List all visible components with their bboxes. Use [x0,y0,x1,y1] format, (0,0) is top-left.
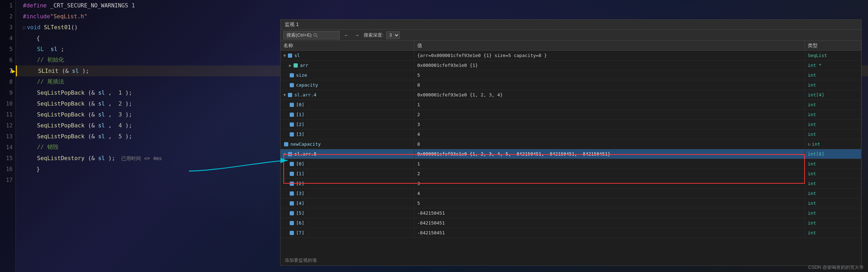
code-token: (& [88,111,95,118]
watch-value-slarr8-5: -842150451 [414,208,805,218]
line-num-10: 10 [0,98,16,109]
code-token: SLTest01 [44,24,71,31]
watch-value-slarr8-2: 3 [414,179,805,188]
back-button[interactable]: ← [343,32,350,39]
var-icon [289,191,295,196]
line-num-16: 16 [0,164,16,175]
watch-value-size: 5 [414,70,805,80]
code-token: SeqListDestory [37,155,85,162]
watch-value-slarr8-0: 1 [414,159,805,169]
watch-name-slarr4: ▼ sl.arr.4 [281,90,414,100]
add-watch-row[interactable]: 添加要监视的项 [281,255,861,265]
line-num-3: 3 [0,22,16,33]
watch-row-newcapacity[interactable]: newCapacity 8 ↻ int [281,139,861,149]
code-token: #include [23,13,50,20]
watch-type-newcapacity: ↻ int [805,139,861,149]
code-token: // 初始化 [37,56,64,63]
code-token: sl [98,133,105,140]
watch-row-sl[interactable]: ▼ sl {arr=0x000001cfef93e1e0 {1} size=5 … [281,51,861,61]
header-type: 类型 [805,41,861,50]
var-icon [289,132,295,137]
watch-type-slarr4: int[4] [805,90,861,100]
watch-row-arr[interactable]: ▶ arr 0x000001cfef93e1e0 {1} int * [281,61,861,70]
watch-type-slarr8-7: int [805,228,861,238]
refresh-icon: ↻ [808,141,811,147]
watch-table: 名称 值 类型 ▼ sl {arr=0x000001cfef93e1e0 {1}… [281,41,861,265]
header-value: 值 [414,41,805,50]
watch-type-slarr8-5: int [805,208,861,218]
watch-type-slarr8-3: int [805,189,861,198]
watch-rows[interactable]: ▼ sl {arr=0x000001cfef93e1e0 {1} size=5 … [281,51,861,255]
watch-row-slarr8-7[interactable]: [7] -842150451 int [281,228,861,238]
code-token: (& [88,155,95,162]
search-box[interactable]: 搜索(Ctrl+E) [283,31,340,39]
search-label: 搜索(Ctrl+E) [287,32,312,38]
watch-row-slarr4-3[interactable]: [3] 4 int [281,129,861,139]
line-num-17: 17 [0,175,16,185]
watch-value-slarr4-1: 2 [414,110,805,119]
svg-line-1 [316,36,318,37]
code-token: _CRT_SECURE_NO_WARNINGS [50,2,128,9]
watch-row-slarr4-2[interactable]: [2] 3 int [281,120,861,129]
var-icon [289,102,295,108]
watch-row-slarr8-0[interactable]: [0] 1 int [281,159,861,169]
forward-button[interactable]: → [353,32,361,39]
watch-value-newcapacity: 8 [414,139,805,149]
cyan-arrow-icon [182,143,295,180]
watch-type-size: int [805,70,861,80]
watch-value-arr: 0x000001cfef93e1e0 {1} [414,61,805,70]
watch-name-size: size [281,70,414,80]
watch-type-sl: SeqList [805,51,861,60]
watch-name-capacity: capacity [281,80,414,90]
code-token: SeqListPopBack [37,89,85,96]
watch-row-slarr4[interactable]: ▼ sl.arr.4 0x000001cfef93e1e0 {1, 2, 3, … [281,90,861,100]
watch-row-slarr8-1[interactable]: [1] 2 int [281,169,861,179]
code-token: 1 [118,89,122,96]
watch-row-slarr8-2[interactable]: [2] 3 int [281,179,861,189]
line-num-4: 4 [0,33,16,44]
watch-row-slarr4-1[interactable]: [1] 2 int [281,110,861,120]
code-token: 4 [118,122,122,129]
code-token: (& [62,68,68,74]
watch-table-header: 名称 值 类型 [281,41,861,51]
watch-row-slarr8-5[interactable]: [5] -842150451 int [281,208,861,218]
var-icon [289,112,295,118]
debug-arrow-icon: ▶ [12,67,16,75]
watch-name-slarr4-1: [1] [281,110,414,119]
watch-name-slarr4-3: [3] [281,129,414,139]
line-num-6: 6 [0,55,16,65]
watch-value-slarr8: 0x000001cfef93e1e0 {1, 2, 3, 4, 5, -8421… [414,149,805,159]
line-num-9: 9 [0,87,16,98]
depth-select[interactable]: 3 1 2 4 5 [386,31,400,39]
watch-value-slarr4-3: 4 [414,129,805,139]
timestamp-label: 已用时间 <= 4ms [121,156,162,161]
watch-type-slarr8-0: int [805,159,861,169]
var-icon [293,63,298,68]
watch-row-slarr8-4[interactable]: [4] 5 int [281,198,861,208]
line-num-14: 14 [0,142,16,153]
header-name: 名称 [281,41,414,50]
watch-row-size[interactable]: size 5 int [281,70,861,80]
code-token: ); [125,100,132,107]
line-num-13: 13 [0,131,16,142]
code-token: , [108,100,115,107]
code-token: sl [98,111,105,118]
watch-name-arr: ▶ arr [281,61,414,70]
watch-type-slarr8-1: int [805,169,861,178]
watch-row-slarr8-3[interactable]: [3] 4 int [281,189,861,198]
code-token: ); [82,68,89,74]
code-token: () [71,24,78,31]
watch-value-slarr8-6: -842150451 [414,218,805,228]
expand-icon: ▶ [289,63,291,68]
line-num-15: 15 [0,153,16,164]
watch-name-slarr8-7: [7] [281,228,414,238]
watch-name-slarr8-1: [1] [281,169,414,178]
watch-row-capacity[interactable]: capacity 8 int [281,80,861,90]
line-numbers: 1 2 3 4 5 6 7 8 9 10 11 12 13 14 15 16 1… [0,0,16,272]
watch-row-slarr8[interactable]: ▼ sl.arr.8 0x000001cfef93e1e0 {1, 2, 3, … [281,149,861,159]
line-num-1: 1 [0,0,16,11]
search-icon [313,33,318,38]
watch-row-slarr8-6[interactable]: [6] -842150451 int [281,218,861,228]
code-token: 5 [118,133,122,140]
watch-row-slarr4-0[interactable]: [0] 1 int [281,100,861,110]
